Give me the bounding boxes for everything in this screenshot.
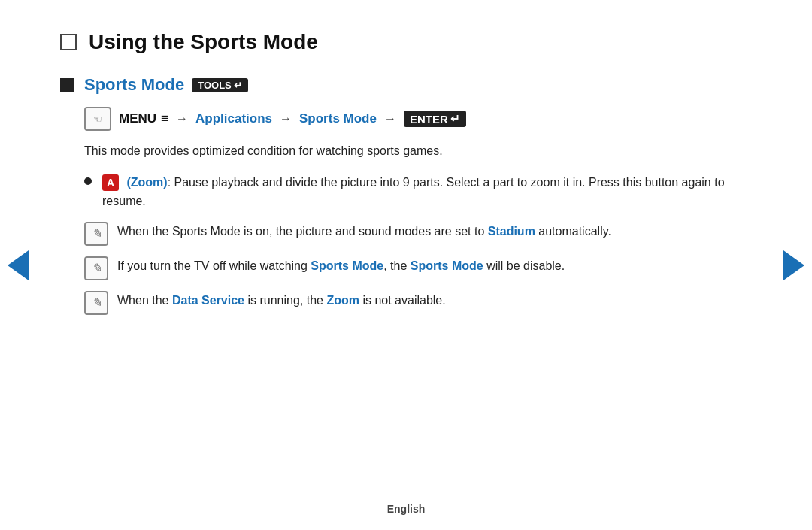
menu-bars: ≡ xyxy=(161,111,168,126)
note-item-3: ✎ When the Data Service is running, the … xyxy=(84,291,752,315)
menu-finger-icon: ☜ xyxy=(84,107,111,131)
zoom-link: Zoom xyxy=(326,294,359,307)
note-icon-3: ✎ xyxy=(84,291,108,315)
note-text-1: When the Sports Mode is on, the picture … xyxy=(117,222,752,241)
tools-label: TOOLS xyxy=(198,80,232,91)
footer-text: English xyxy=(387,503,426,515)
note-icon-1: ✎ xyxy=(84,222,108,246)
tools-symbol: ↵ xyxy=(234,80,242,91)
tools-badge: TOOLS↵ xyxy=(192,78,248,92)
sports-mode-link-path: Sports Mode xyxy=(299,111,377,126)
section-title: Sports Mode xyxy=(84,75,184,95)
applications-link: Applications xyxy=(195,111,272,126)
zoom-text: Zoom xyxy=(131,176,164,189)
bullet-dot-icon xyxy=(84,177,92,185)
enter-symbol: ↵ xyxy=(450,112,460,126)
note-item-1: ✎ When the Sports Mode is on, the pictur… xyxy=(84,222,752,246)
arrow3: → xyxy=(384,112,396,126)
note-text-3: When the Data Service is running, the Zo… xyxy=(117,291,752,310)
nav-arrow-left[interactable] xyxy=(8,250,29,280)
menu-path-row: ☜ MENU ≡ → Applications → Sports Mode → … xyxy=(84,107,752,131)
bullet-item: A (Zoom): Pause playback and divide the … xyxy=(84,173,752,211)
enter-label: ENTER xyxy=(410,113,448,126)
note-icon-2: ✎ xyxy=(84,256,108,280)
arrow2: → xyxy=(280,112,292,126)
nav-arrow-right[interactable] xyxy=(783,250,804,280)
description-text: This mode provides optimized condition f… xyxy=(84,141,752,161)
enter-badge: ENTER↵ xyxy=(404,111,466,127)
page-title-row: Using the Sports Mode xyxy=(60,30,752,54)
menu-label: MENU xyxy=(119,111,156,126)
bullet-text: : Pause playback and divide the picture … xyxy=(102,176,725,208)
data-service-link: Data Service xyxy=(172,294,244,307)
section-header: Sports Mode TOOLS↵ xyxy=(60,75,752,95)
note-text-2: If you turn the TV off while watching Sp… xyxy=(117,256,752,276)
page-container: Using the Sports Mode Sports Mode TOOLS↵… xyxy=(0,0,812,356)
stadium-link: Stadium xyxy=(488,225,535,238)
bullet-content: A (Zoom): Pause playback and divide the … xyxy=(102,173,752,211)
title-checkbox-icon xyxy=(60,34,77,50)
zoom-badge-icon: A xyxy=(102,174,119,191)
sports-mode-link-2: Sports Mode xyxy=(411,259,483,272)
sports-mode-link-1: Sports Mode xyxy=(311,259,383,272)
arrow1: → xyxy=(176,112,188,126)
black-square-icon xyxy=(60,78,74,92)
note-item-2: ✎ If you turn the TV off while watching … xyxy=(84,256,752,280)
page-title: Using the Sports Mode xyxy=(89,30,318,54)
